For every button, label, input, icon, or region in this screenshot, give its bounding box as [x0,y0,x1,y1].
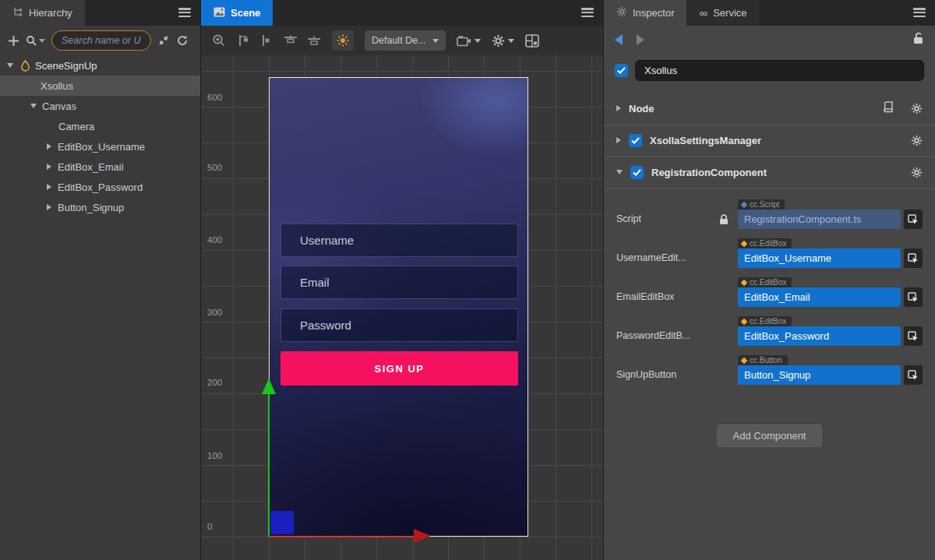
property-label: SignUpButton [616,369,719,385]
align-center-vertical-icon[interactable] [259,34,273,47]
type-tag: cc.EditBox [738,238,792,248]
scene-signup-button[interactable]: SIGN UP [280,351,518,386]
expander-right-icon[interactable] [45,184,53,190]
tree-item-label: Canvas [37,100,76,112]
divider [604,157,935,157]
add-component-button[interactable]: Add Component [717,424,823,447]
tab-hierarchy[interactable]: Hierarchy [0,0,85,26]
settings-manager-header[interactable]: XsollaSettingsManager [604,129,935,152]
scene-viewport[interactable]: 600 500 400 300 200 100 0 Username Email… [201,55,603,560]
scene-light-toggle[interactable] [332,30,354,51]
design-canvas[interactable]: Username Email Password SIGN UP [269,77,528,537]
search-filter-icon[interactable] [26,35,45,47]
reference-picker-icon[interactable] [904,210,923,229]
component-enabled-checkbox[interactable] [629,134,642,147]
flame-icon [20,60,30,72]
align-top-edge-icon[interactable] [284,34,298,47]
tree-item-label: SceneSignUp [30,60,97,72]
registration-component-label: RegistrationComponent [651,167,767,178]
gear-icon[interactable] [911,135,923,146]
gear-icon[interactable] [911,167,923,178]
x-axis-gizmo[interactable] [269,536,414,537]
collapse-all-icon[interactable] [157,34,170,47]
node-section-header[interactable]: Node [604,97,935,120]
tree-item-xsollus[interactable]: Xsollus [0,76,200,96]
reference-picker-icon[interactable] [904,326,923,346]
image-icon [213,7,225,19]
scene-editbox-password[interactable]: Password [280,308,518,342]
reference-picker-icon[interactable] [904,365,923,385]
type-tag: cc.EditBox [738,316,792,326]
email-editbox-reference-field[interactable]: EditBox_Email [738,287,901,307]
tree-item-editbox-password[interactable]: EditBox_Password [0,177,200,197]
tree-item-label: Xsollus [41,80,73,92]
inspector-panel: Inspector ∞ Service Xsollus Node [604,0,935,560]
tree-item-camera[interactable]: Camera [0,116,200,136]
gear-icon[interactable] [911,103,923,114]
device-preset-dropdown[interactable]: Default De... [365,30,446,51]
zoom-icon[interactable] [212,33,226,48]
expander-down-icon[interactable] [6,63,14,68]
property-row-signup-button: SignUpButton cc.Button Button_Signup [604,351,935,390]
chevron-down-icon [508,39,514,43]
tree-item-button-signup[interactable]: Button_Signup [0,197,200,217]
signup-button-reference-field[interactable]: Button_Signup [738,365,901,385]
tree-item-label: Button_Signup [53,202,124,213]
expander-right-icon[interactable] [616,137,621,143]
node-name-field[interactable]: Xsollus [635,60,924,81]
script-reference-field[interactable]: RegistrationComponent.ts [738,210,901,229]
search-input[interactable] [51,30,151,51]
align-left-edge-icon[interactable] [237,34,250,47]
back-arrow-icon[interactable] [615,34,623,45]
unlock-icon[interactable] [912,32,924,48]
divider [604,188,935,189]
scene-gizmo-settings-dropdown[interactable] [492,34,514,48]
create-node-button[interactable] [8,35,19,47]
tree-item-canvas[interactable]: Canvas [0,96,200,116]
scene-editbox-username[interactable]: Username [280,224,518,257]
refresh-icon[interactable] [176,34,189,47]
type-diamond-icon [741,318,747,324]
node-active-checkbox[interactable] [615,64,628,77]
password-editbox-reference-field[interactable]: EditBox_Password [738,326,901,346]
tree-item-editbox-email[interactable]: EditBox_Email [0,157,200,177]
tree-item-editbox-username[interactable]: EditBox_Username [0,136,200,157]
forward-arrow-icon[interactable] [637,34,644,45]
expander-down-icon[interactable] [30,104,37,108]
lock-icon [719,214,738,229]
y-axis-arrowhead-icon[interactable] [262,379,276,394]
inspector-menu-icon[interactable] [913,8,926,17]
tab-inspector[interactable]: Inspector [604,0,686,26]
scene-editbox-email[interactable]: Email [280,266,518,299]
expander-right-icon[interactable] [45,164,53,170]
camera-settings-dropdown[interactable] [457,35,481,47]
align-center-horizontal-icon[interactable] [307,34,321,47]
expander-right-icon[interactable] [45,204,53,210]
tree-item-scenesignup[interactable]: SceneSignUp [0,55,200,76]
book-icon[interactable] [883,101,895,115]
component-enabled-checkbox[interactable] [630,166,644,179]
x-axis-arrowhead-icon[interactable] [414,529,431,543]
tab-service[interactable]: ∞ Service [686,0,759,26]
hierarchy-tree: SceneSignUp Xsollus Canvas Camera EditBo… [0,55,200,560]
split-panel-icon[interactable] [525,34,539,48]
hierarchy-menu-icon[interactable] [178,8,191,17]
username-editbox-reference-field[interactable]: EditBox_Username [738,248,901,268]
expander-right-icon[interactable] [45,143,53,150]
scene-menu-icon[interactable] [581,8,594,17]
email-placeholder: Email [300,276,330,289]
node-name-row: Xsollus [604,54,935,90]
origin-gizmo-square[interactable] [270,511,294,534]
expander-right-icon[interactable] [616,105,621,111]
tree-item-label: EditBox_Username [53,141,145,153]
username-placeholder: Username [300,234,354,247]
reference-picker-icon[interactable] [904,248,923,268]
y-axis-gizmo[interactable] [268,393,270,537]
ruler-label: 500 [207,163,222,172]
scene-panel: Scene [201,0,604,560]
tab-scene[interactable]: Scene [201,0,273,26]
type-diamond-icon [741,357,747,363]
expander-down-icon[interactable] [616,170,623,174]
registration-component-header[interactable]: RegistrationComponent [604,160,935,184]
reference-picker-icon[interactable] [904,287,923,307]
